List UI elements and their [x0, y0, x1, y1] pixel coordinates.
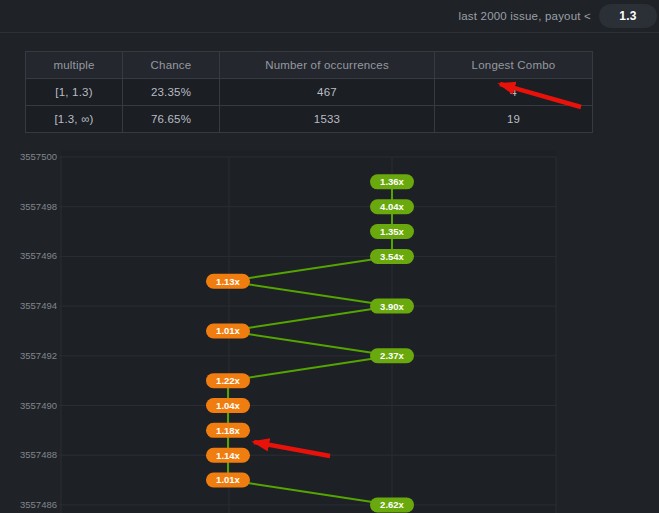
cell-chance: 76.65%: [123, 106, 220, 133]
data-point-label: 1.18x: [216, 425, 240, 436]
cell-multiple: [1.3, ∞): [26, 106, 123, 133]
y-tick-label: 3557498: [20, 201, 57, 212]
data-point-label: 1.36x: [380, 176, 404, 187]
y-tick-label: 3557492: [20, 350, 57, 361]
cell-occurrences: 1533: [220, 106, 435, 133]
table-header-row: multiple Chance Number of occurrences Lo…: [26, 52, 593, 79]
data-point-label: 3.90x: [380, 301, 404, 312]
data-point-label: 2.37x: [380, 350, 404, 361]
y-tick-label: 3557488: [20, 449, 57, 460]
data-point-label: 1.04x: [216, 400, 240, 411]
cell-longest-combo: 19: [435, 106, 593, 133]
data-point-label: 1.01x: [216, 325, 240, 336]
data-point-label: 4.04x: [380, 201, 404, 212]
data-point-label: 1.35x: [380, 226, 404, 237]
col-header-chance: Chance: [123, 52, 220, 79]
y-tick-label: 3557486: [20, 499, 57, 510]
data-point-label: 1.13x: [216, 276, 240, 287]
data-point-label: 1.14x: [216, 450, 240, 461]
payout-threshold-badge[interactable]: 1.3: [599, 4, 657, 28]
data-point-label: 1.22x: [216, 375, 240, 386]
table-row: [1, 1.3) 23.35% 467 4: [26, 79, 593, 106]
data-point-label: 2.62x: [380, 499, 404, 510]
col-header-multiple: multiple: [26, 52, 123, 79]
data-point-label: 1.01x: [216, 474, 240, 485]
y-tick-label: 3557500: [20, 151, 57, 162]
col-header-longest-combo: Longest Combo: [435, 52, 593, 79]
cell-occurrences: 467: [220, 79, 435, 106]
data-point-label: 3.54x: [380, 251, 404, 262]
col-header-occurrences: Number of occurrences: [220, 52, 435, 79]
y-tick-label: 3557490: [20, 400, 57, 411]
y-tick-label: 3557496: [20, 250, 57, 261]
payout-history-chart: 3557500355749835574963557494355749235574…: [0, 150, 659, 513]
cell-multiple: [1, 1.3): [26, 79, 123, 106]
cell-longest-combo: 4: [435, 79, 593, 106]
plot-area: [61, 150, 556, 513]
y-tick-label: 3557494: [20, 300, 57, 311]
cell-chance: 23.35%: [123, 79, 220, 106]
topbar: last 2000 issue, payout < 1.3: [0, 0, 659, 33]
stats-table: multiple Chance Number of occurrences Lo…: [25, 51, 593, 133]
payout-filter-label: last 2000 issue, payout <: [458, 10, 591, 22]
table-row: [1.3, ∞) 76.65% 1533 19: [26, 106, 593, 133]
